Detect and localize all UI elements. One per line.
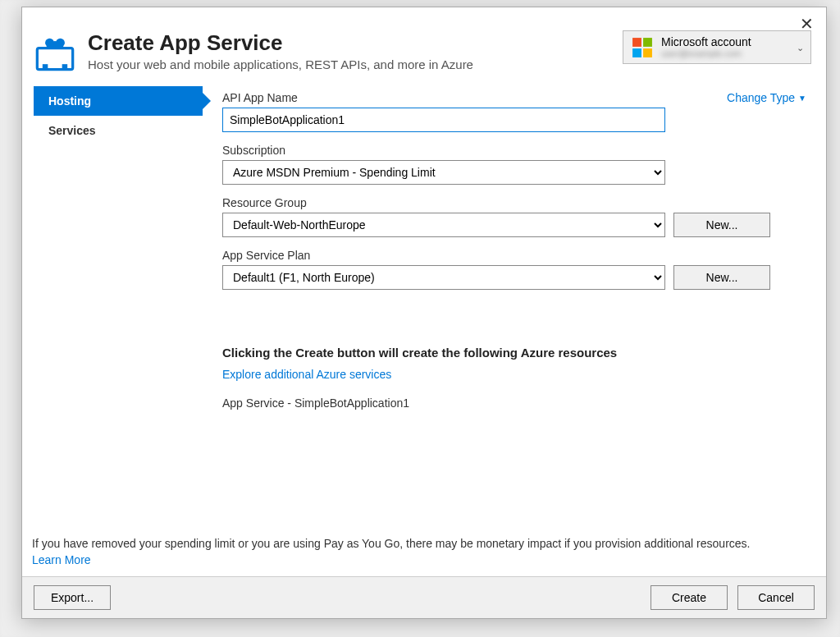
svg-rect-1 [43,64,48,70]
sidebar-item-hosting[interactable]: Hosting [34,86,203,116]
dialog-subtitle: Host your web and mobile applications, R… [88,57,611,71]
explore-services-link[interactable]: Explore additional Azure services [222,368,391,381]
account-picker[interactable]: Microsoft account user@example.com ⌄ [623,30,811,64]
plan-select[interactable]: Default1 (F1, North Europe) [222,265,665,290]
dialog-title: Create App Service [88,30,611,56]
learn-more-link[interactable]: Learn More [32,553,91,566]
account-label: Microsoft account [661,36,751,48]
cancel-button[interactable]: Cancel [737,585,815,610]
api-name-label: API App Name [222,91,298,104]
resource-group-select[interactable]: Default-Web-NorthEurope [222,213,665,237]
sidebar: Hosting Services [22,83,203,537]
microsoft-logo-icon [632,37,653,58]
footer-note-block: If you have removed your spending limit … [22,537,826,576]
svg-point-4 [56,39,65,48]
change-type-link[interactable]: Change Type ▼ [727,91,806,104]
create-button[interactable]: Create [651,585,728,610]
summary-heading: Clicking the Create button will create t… [222,346,806,360]
dialog-header: Create App Service Host your web and mob… [22,7,826,83]
sidebar-item-services[interactable]: Services [34,116,203,145]
chevron-down-icon: ▼ [798,94,806,103]
chevron-down-icon: ⌄ [797,42,804,53]
subscription-select[interactable]: Azure MSDN Premium - Spending Limit [222,160,665,185]
svg-rect-0 [37,48,72,70]
plan-new-button[interactable]: New... [673,265,770,290]
svg-rect-8 [643,48,652,57]
export-button[interactable]: Export... [34,585,111,610]
svg-rect-2 [62,64,68,70]
app-service-icon [34,30,76,73]
account-email: user@example.com [661,48,751,58]
button-bar: Export... Create Cancel [22,576,826,618]
change-type-text: Change Type [727,91,795,104]
create-app-service-dialog: ✕ Create App Service Host your web and m… [21,7,827,619]
resource-group-new-button[interactable]: New... [673,213,770,237]
api-name-input[interactable] [222,108,665,132]
form-area: API App Name Change Type ▼ Subscription … [203,83,826,537]
svg-rect-5 [632,38,641,47]
svg-rect-7 [632,48,641,57]
footer-note-text: If you have removed your spending limit … [32,537,816,550]
resource-summary-line: App Service - SimpleBotApplication1 [222,396,806,410]
plan-label: App Service Plan [222,249,806,262]
subscription-label: Subscription [222,144,806,157]
svg-rect-6 [643,38,652,47]
resource-group-label: Resource Group [222,196,806,209]
svg-point-3 [45,39,54,48]
